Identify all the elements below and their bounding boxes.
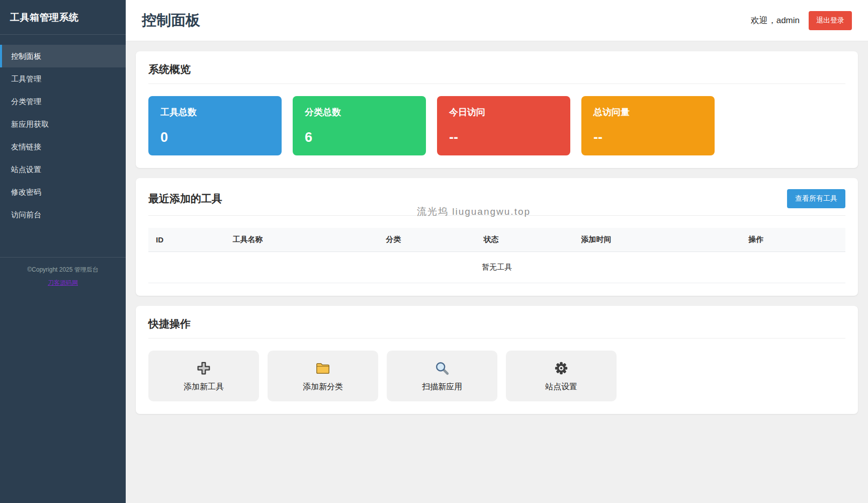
quick-action-scan-apps[interactable]: 扫描新应用 [387,351,497,401]
stat-card-today-visits: 今日访问 -- [437,96,570,155]
logout-button[interactable]: 退出登录 [809,11,852,30]
view-all-tools-button[interactable]: 查看所有工具 [787,189,845,208]
table-empty-row: 暂无工具 [148,252,845,283]
quick-actions-title: 快捷操作 [148,317,191,331]
recent-tools-table: ID 工具名称 分类 状态 添加时间 操作 暂无工具 [148,228,845,283]
stat-card-total-tools: 工具总数 0 [148,96,282,155]
column-tool-name: 工具名称 [225,228,378,252]
sidebar-item-change-password[interactable]: 修改密码 [0,181,126,203]
empty-state-text: 暂无工具 [148,252,845,283]
sidebar-item-friend-links[interactable]: 友情链接 [0,135,126,158]
stat-value: -- [449,130,558,145]
stat-label: 分类总数 [305,106,414,118]
table-header-row: ID 工具名称 分类 状态 添加时间 操作 [148,228,845,252]
app-title: 工具箱管理系统 [0,0,126,35]
sidebar-item-new-app-fetch[interactable]: 新应用获取 [0,113,126,135]
stat-value: -- [593,130,703,145]
sidebar-item-site-settings[interactable]: 站点设置 [0,158,126,181]
stat-label: 总访问量 [593,106,703,118]
stats-row: 工具总数 0 分类总数 6 今日访问 -- 总访问量 -- [148,96,845,155]
quick-action-label: 站点设置 [545,382,577,392]
main-area: 控制面板 欢迎，admin 退出登录 系统概览 工具总数 0 分类总数 6 [126,0,868,503]
column-id: ID [148,228,225,252]
quick-action-label: 添加新分类 [303,382,343,392]
plus-icon [196,360,211,376]
quick-actions-row: 添加新工具 添加新分类 [148,351,845,401]
column-category: 分类 [378,228,476,252]
section-quick-actions: 快捷操作 添加新工具 [136,306,858,414]
quick-action-label: 添加新工具 [184,382,224,392]
column-actions: 操作 [741,228,845,252]
footer-link[interactable]: 刀客源码网 [48,279,78,287]
overview-title: 系统概览 [148,62,191,76]
stat-label: 今日访问 [449,106,558,118]
welcome-text: 欢迎，admin [751,15,800,26]
stat-card-total-categories: 分类总数 6 [293,96,426,155]
sidebar-item-category-management[interactable]: 分类管理 [0,90,126,113]
stat-value: 6 [305,130,414,145]
column-added-time: 添加时间 [573,228,741,252]
stat-card-total-visits: 总访问量 -- [581,96,715,155]
quick-action-add-category[interactable]: 添加新分类 [268,351,378,401]
sidebar-footer: ©Copyright 2025 管理后台 刀客源码网 [0,257,126,295]
folder-icon [315,360,330,376]
sidebar: 工具箱管理系统 控制面板 工具管理 分类管理 新应用获取 友情链接 站点设置 修… [0,0,126,503]
stat-label: 工具总数 [160,106,270,118]
quick-action-add-tool[interactable]: 添加新工具 [148,351,259,401]
column-status: 状态 [476,228,573,252]
sidebar-item-visit-frontend[interactable]: 访问前台 [0,203,126,226]
topbar: 控制面板 欢迎，admin 退出登录 [126,0,868,41]
quick-action-site-settings[interactable]: 站点设置 [506,351,617,401]
quick-action-label: 扫描新应用 [422,382,462,392]
sidebar-menu: 控制面板 工具管理 分类管理 新应用获取 友情链接 站点设置 修改密码 访问前台 [0,45,126,226]
content: 系统概览 工具总数 0 分类总数 6 今日访问 -- 总访问量 -- [126,41,868,503]
page-title: 控制面板 [142,11,200,31]
section-system-overview: 系统概览 工具总数 0 分类总数 6 今日访问 -- 总访问量 -- [136,51,858,168]
section-recent-tools: 最近添加的工具 查看所有工具 ID 工具名称 分类 状态 添加时间 操作 [136,178,858,296]
copyright-text: ©Copyright 2025 管理后台 [5,266,121,274]
stat-value: 0 [160,130,270,145]
sidebar-item-dashboard[interactable]: 控制面板 [0,45,126,67]
sidebar-item-tool-management[interactable]: 工具管理 [0,67,126,90]
gear-icon [554,360,569,376]
recent-tools-title: 最近添加的工具 [148,192,222,206]
search-icon [435,360,450,376]
